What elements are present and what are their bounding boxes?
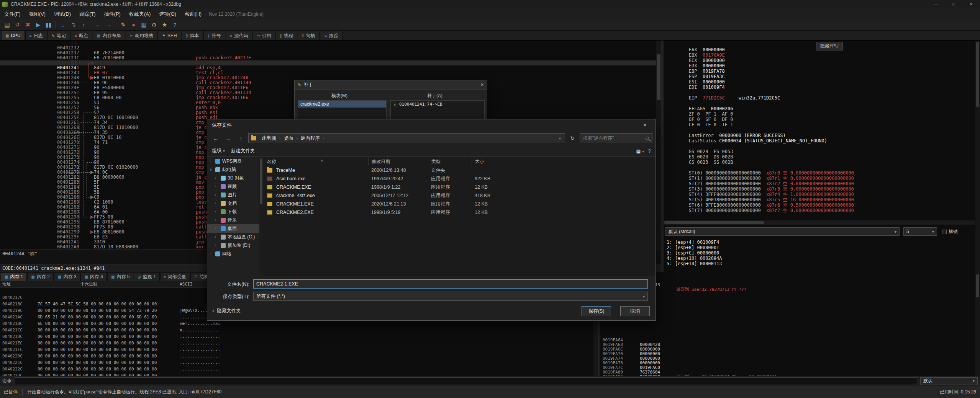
column-type[interactable]: 类型 [428,157,441,166]
script-button[interactable]: ✎ [118,20,128,30]
register-line[interactable]: GS 002B FS 0053 [664,144,980,149]
crackme_4stz.exe[interactable]: crackme_4stz.exe 2005/12/17 12:12 应用程序 4… [263,191,656,200]
tab-notes[interactable]: ✎ 笔记 [48,31,70,40]
menu-plugins[interactable]: 插件(P) [100,10,125,19]
restart-button[interactable]: ↺ [12,20,23,30]
step-over-button[interactable]: ↴ [68,20,79,30]
watch-tab-1[interactable]: ◎ 监视 1 [134,272,160,281]
patch-dialog-titlebar[interactable]: ✎ 补丁 ✕ [295,80,487,90]
disasm-scrollbar[interactable] [656,41,661,249]
menu-help[interactable]: 帮助(H) [180,10,206,19]
command-input[interactable] [15,377,918,385]
menu-file[interactable]: 文件(F) [0,10,25,19]
TraceMe[interactable]: TraceMe 2020/12/6 13:48 文件夹 [263,166,656,175]
toolbar-button[interactable] [54,20,58,30]
filetype-select[interactable]: 所有文件 (*.*)▾ [253,292,648,301]
breadcrumb[interactable]: 此电脑› 桌面› 逆向程序› ▾ [248,133,565,143]
hide-folders-button[interactable]: ∧隐藏文件夹 [212,308,241,314]
nav-disk-c[interactable]: › 本地磁盘 (C:) [207,233,263,241]
toolbar-button[interactable] [114,20,118,30]
folder-tree[interactable]: › WPS网盘 ∨ 此电脑 › 3D 对象 › 视频 [207,157,263,276]
maximize-button[interactable]: □ [945,0,962,9]
tab-script[interactable]: § 脚本 [182,31,203,40]
close-icon[interactable]: ✕ [639,122,651,128]
CRACKME2.EXE[interactable]: CRACKME2.EXE 1998/1/9 5:19 应用程序 12 KB [263,208,656,217]
close-icon[interactable]: ✕ [480,82,484,87]
menu-options[interactable]: 选项(O) [155,10,180,19]
disasm-row[interactable]: 00401248 EB 9C jmp crackme2.4011E6 [0,70,661,75]
locals-tab[interactable]: x 局部变量 [160,272,190,281]
menu-trace[interactable]: 跟踪(T) [75,10,100,19]
settings-button[interactable]: ⚙ [149,20,159,30]
register-line[interactable]: EIP 771D2C5C win32u.771D2C5C [664,90,980,95]
column-date[interactable]: 修改日期 [368,157,390,166]
dump-row[interactable]: 004021CC 00 00 00 00 00 00 00 00 00 00 0… [0,320,598,327]
column-name[interactable]: 名称 [267,157,276,166]
dump-tab-4[interactable]: ▦ 内存 4 [80,272,107,281]
stack-scrollbar[interactable] [975,272,980,376]
open-file-button[interactable]: ▤ [2,20,12,30]
tab-log[interactable]: ≡ 日志 [25,31,47,40]
forward-button[interactable]: → [223,133,234,143]
tab-cpu[interactable]: ▦ CPU [1,31,25,40]
disasm-row[interactable]: 0040123C 83C4 04 add esp,4 [0,51,661,55]
tab-trace[interactable]: ↝ 跟踪 [320,31,342,40]
stack-row[interactable]: 0019FA84 00000001 [600,370,980,375]
nav-this-pc[interactable]: ∨ 此电脑 [207,165,263,174]
nav-pictures[interactable]: › 图片 [207,191,263,199]
back-button[interactable]: ← [210,133,221,143]
save-dialog-titlebar[interactable]: 保存文件 ✕ [207,119,656,131]
tab-handles[interactable]: # 句柄 [298,31,320,40]
nav-3d-objects[interactable]: › 3D 对象 [207,174,263,182]
register-line[interactable]: LastError 00000000 (ERROR_SUCCESS) [664,127,980,133]
dump-row[interactable]: 004021DC 00 00 00 00 00 00 00 00 00 00 0… [0,327,598,333]
breadcrumb-item[interactable]: 逆向程序› [298,135,325,142]
nav-network[interactable]: › 网络 [207,250,263,258]
filename-input[interactable] [253,279,648,289]
stack-row[interactable]: 0019FA3C 7637B713 返回到 user32.7637B713 自 … [600,274,980,278]
stack-pane[interactable]: 0019FA3C 7637B713 返回到 user32.7637B713 自 … [600,272,980,376]
dump-tab-3[interactable]: ▦ 内存 3 [54,272,80,281]
tab-references[interactable]: ↪ 引用 [252,31,275,40]
breakpoints-button[interactable]: ● [128,20,139,30]
cancel-button[interactable]: 取消 [620,306,650,316]
nav-wps-drive[interactable]: › WPS网盘 [207,157,263,165]
tab-threads[interactable]: ∥ 线程 [276,31,297,40]
new-folder-button[interactable]: 新建文件夹 [231,148,255,154]
register-line[interactable]: ST(0) 00000000000000000000 x87r0 空 0.000… [664,165,980,170]
back-button[interactable]: ← [93,20,103,30]
dump-row[interactable]: 0040223C 00 00 00 00 00 00 00 00 00 00 0… [0,366,598,372]
disasm-row[interactable]: 00401232 68 7E214000 push crackme2.40217… [0,41,661,46]
arg-count-spinner[interactable]: 5▾ [903,227,937,236]
dump-row[interactable]: 004021FC 00 00 00 00 00 00 00 00 00 00 0… [0,340,598,346]
chevron-down-icon[interactable]: ▾ [559,136,562,140]
stack-row[interactable]: 0019FA78 0019FAC0 [600,356,980,361]
CRACKME1.EXE[interactable]: CRACKME1.EXE 2020/12/6 21:13 应用程序 12 KB [263,200,656,208]
breadcrumb-item[interactable]: 桌面› [281,135,298,142]
CRACKME.EXE[interactable]: CRACKME.EXE 1998/1/9 1:22 应用程序 12 KB [263,183,656,191]
tab-breakpoints[interactable]: ● 断点 [70,31,92,40]
search-input[interactable]: 搜索"逆向程序" [580,133,652,143]
hide-fpu-button[interactable]: 隐藏FPU [816,42,843,51]
menu-debug[interactable]: 调试(D) [50,10,75,19]
registers-pane[interactable]: EAX 00000000 EBX 00170A9E ECX 00000000 E… [664,41,980,272]
step-into-button[interactable]: ↓ [58,20,68,30]
stack-row[interactable]: 0019FA7C 76378604 返回到 user32.76378604 自 … [600,361,980,365]
dump-tab-2[interactable]: ▦ 内存 2 [27,272,53,281]
save-button[interactable]: 保存(S) [582,306,611,316]
minimize-button[interactable]: ─ [927,0,945,9]
stack-row[interactable]: 0019FA80 00000000 [600,365,980,370]
stop-debug-button[interactable]: ✖ [23,20,33,30]
forward-button[interactable]: → [103,20,114,30]
disasm-row[interactable]: 0040123F 84C9 test cl,cl [0,55,661,60]
stack-row[interactable]: 0019FA70 00000000 [600,347,980,352]
menu-view[interactable]: 视图(V) [25,10,50,19]
refresh-icon[interactable]: ↻ [567,133,578,143]
registers-vscrollbar[interactable] [975,41,980,272]
patch-list-item[interactable]: ✔ 0100401241:74->EB [391,101,484,108]
dump-tab-5[interactable]: ▦ 内存 5 [107,272,133,281]
menu-favourites[interactable]: 收藏夹(A) [125,10,155,19]
view-mode-button[interactable]: ▦▾ [636,148,644,154]
file-list[interactable]: ∧ 名称 修改日期 类型 大小 TraceMe 2020/12/6 13:48 … [263,157,656,276]
module-list-item[interactable]: crackme2.exe [298,101,386,108]
